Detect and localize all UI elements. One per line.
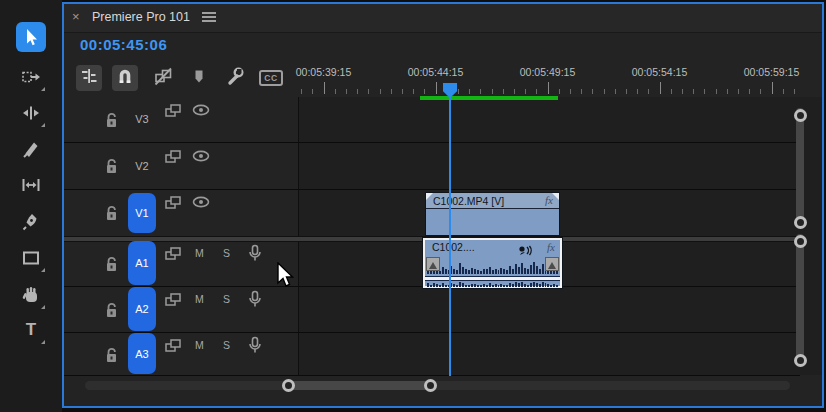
lock-icon[interactable] [104, 301, 121, 323]
sync-lock-icon[interactable] [164, 103, 182, 122]
track-select-forward-tool-button[interactable] [16, 62, 46, 92]
video-clip-title-bar: C1002.MP4 [V] fx [426, 193, 559, 209]
horizontal-scrollbar-thumb[interactable] [288, 381, 430, 390]
slip-icon [20, 174, 42, 196]
track-row-a2: A2 M S [64, 286, 800, 333]
ripple-edit-icon [20, 102, 42, 124]
solo-button[interactable]: S [223, 247, 230, 259]
ruler-timecode-label: 00:05:39:15 [295, 66, 359, 78]
lock-icon[interactable] [104, 157, 121, 179]
lock-icon[interactable] [104, 111, 121, 133]
timeline-display-settings-button[interactable] [222, 65, 248, 91]
ripple-edit-tool-button[interactable] [16, 98, 46, 128]
nest-icon [79, 66, 99, 90]
captions-button[interactable]: CC [258, 65, 284, 91]
ruler-timecode-label: 00:05:59:15 [737, 66, 801, 78]
video-zoom-handle-top[interactable] [794, 109, 807, 122]
add-marker-icon [189, 66, 209, 90]
linked-selection-button[interactable] [150, 65, 176, 91]
track-output-eye-icon[interactable] [192, 149, 210, 167]
sync-lock-icon[interactable] [164, 338, 182, 357]
sync-lock-icon[interactable] [164, 246, 182, 265]
ruler-timecode-label: 00:05:49:15 [513, 66, 583, 78]
selection-tool-button[interactable] [16, 22, 46, 52]
audio-clip[interactable]: C1002.... fx [423, 238, 562, 288]
video-zoom-handle-bottom[interactable] [794, 216, 807, 229]
voiceover-mic-icon[interactable] [248, 336, 262, 358]
audio-clip-name: C1002.... [432, 241, 475, 253]
video-clip[interactable]: C1002.MP4 [V] fx [425, 192, 560, 236]
audio-waveform [427, 256, 558, 274]
track-select-forward-icon [20, 66, 42, 88]
fade-handle-icon[interactable] [426, 193, 433, 200]
snap-button[interactable] [112, 65, 138, 91]
ruler-timecode-label: 00:05:44:15 [401, 66, 471, 78]
track-target-badge-a2[interactable]: A2 [128, 287, 156, 331]
mouse-cursor [276, 262, 294, 288]
voiceover-mic-icon[interactable] [248, 290, 262, 312]
fx-badge[interactable]: fx [547, 241, 555, 253]
audio-zoom-handle-top[interactable] [794, 235, 807, 248]
panel-tab-bar: × Premiere Pro 101 [64, 4, 822, 33]
sync-lock-icon[interactable] [164, 292, 182, 311]
snap-magnet-icon [115, 66, 135, 90]
ruler-timecode-label: 00:05:54:15 [625, 66, 695, 78]
selection-arrow-icon [20, 26, 42, 48]
pen-icon [20, 211, 42, 233]
rectangle-icon [20, 247, 42, 269]
panel-menu-icon[interactable] [202, 12, 216, 24]
track-name-v2[interactable]: V2 [128, 160, 156, 172]
wrench-icon [225, 66, 245, 90]
slip-tool-button[interactable] [16, 170, 46, 200]
render-bar-green [420, 96, 558, 100]
mute-button[interactable]: M [195, 293, 204, 305]
hand-tool-button[interactable] [16, 280, 46, 310]
lock-icon[interactable] [104, 204, 121, 226]
add-marker-button[interactable] [186, 65, 212, 91]
keyframe-handle-left[interactable] [426, 257, 440, 271]
razor-tool-button[interactable] [16, 134, 46, 164]
track-row-a3: A3 M S [64, 332, 800, 376]
audio-waveform-channel2 [427, 280, 558, 287]
current-timecode[interactable]: 00:05:45:06 [80, 36, 167, 53]
track-output-eye-icon[interactable] [192, 103, 210, 121]
sync-lock-icon[interactable] [164, 195, 182, 214]
audio-tracks-scrollbar[interactable] [796, 234, 804, 366]
mute-button[interactable]: M [195, 247, 204, 259]
playhead-line [449, 90, 451, 376]
video-tracks-scrollbar[interactable] [796, 108, 804, 226]
solo-button[interactable]: S [223, 339, 230, 351]
zoom-handle-right[interactable] [424, 379, 437, 392]
track-output-eye-icon[interactable] [192, 195, 210, 213]
track-target-badge-a1[interactable]: A1 [128, 241, 156, 285]
voiceover-mic-icon[interactable] [248, 244, 262, 266]
audio-zoom-handle-bottom[interactable] [794, 354, 807, 367]
razor-icon [20, 138, 42, 160]
type-icon: T [26, 320, 36, 340]
keyframe-handle-right[interactable] [545, 257, 559, 271]
solo-button[interactable]: S [223, 293, 230, 305]
timeline-panel: × Premiere Pro 101 00:05:45:06 [62, 2, 824, 408]
panel-tab-title[interactable]: Premiere Pro 101 [92, 10, 190, 24]
timeline-ruler[interactable]: 00:05:39:15 00:05:44:15 00:05:49:15 00:0… [295, 62, 800, 95]
pen-tool-button[interactable] [16, 207, 46, 237]
video-clip-name: C1002.MP4 [V] [433, 195, 504, 207]
track-row-v2: V2 [64, 143, 800, 190]
horizontal-scrollbar-track[interactable] [85, 381, 790, 390]
nest-toggle-button[interactable] [76, 65, 102, 91]
linked-selection-icon [153, 66, 173, 90]
close-icon[interactable]: × [72, 9, 80, 24]
hand-icon [20, 284, 42, 306]
track-target-badge-a3[interactable]: A3 [128, 333, 156, 374]
type-tool-button[interactable]: T [16, 315, 46, 345]
sync-lock-icon[interactable] [164, 149, 182, 168]
mute-button[interactable]: M [195, 339, 204, 351]
track-name-v3[interactable]: V3 [128, 113, 156, 125]
zoom-handle-left[interactable] [282, 379, 295, 392]
track-target-badge-v1[interactable]: V1 [128, 193, 156, 233]
lock-icon[interactable] [104, 255, 121, 277]
lock-icon[interactable] [104, 346, 121, 368]
track-row-v3: V3 [64, 97, 800, 143]
rectangle-tool-button[interactable] [16, 243, 46, 273]
fade-handle-icon[interactable] [552, 193, 559, 200]
